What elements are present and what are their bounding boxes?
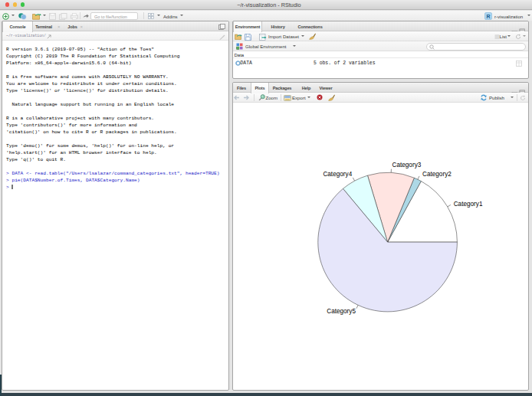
svg-text:Category4: Category4: [323, 171, 352, 178]
svg-text:R: R: [486, 14, 490, 19]
svg-text:Category2: Category2: [422, 171, 452, 178]
svg-text:Category3: Category3: [392, 162, 422, 169]
svg-text:Category5: Category5: [327, 308, 356, 315]
svg-text:Category1: Category1: [454, 201, 483, 208]
